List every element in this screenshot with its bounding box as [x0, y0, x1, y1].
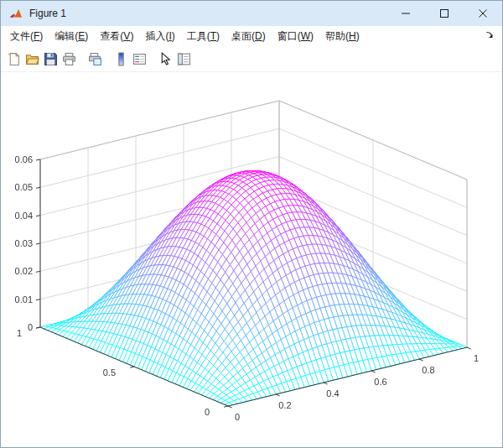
surface-plot-canvas[interactable]: [1, 72, 502, 447]
figure-canvas-area: [1, 72, 502, 447]
save-figure-button[interactable]: [41, 49, 60, 69]
property-inspector-icon: [177, 52, 191, 66]
insert-colorbar-button[interactable]: [111, 49, 130, 69]
print-figure-button[interactable]: [60, 49, 78, 69]
print-preview-icon: [88, 52, 102, 66]
new-document-icon: [7, 52, 21, 66]
new-figure-button[interactable]: [4, 49, 23, 69]
menu-item-help[interactable]: 帮助(H): [319, 27, 366, 46]
minimize-button[interactable]: [386, 1, 425, 26]
figure-window: Figure 1 文件(F)编辑(E)查看(V)插入(I)工具(T)桌面(D)窗…: [0, 0, 503, 448]
window-title: Figure 1: [29, 8, 386, 19]
legend-icon: [132, 52, 147, 66]
print-preview-button[interactable]: [86, 49, 104, 69]
edit-plot-button[interactable]: [156, 49, 174, 69]
cursor-arrow-icon: [158, 52, 173, 66]
matlab-logo-icon: [9, 7, 23, 20]
open-file-button[interactable]: [23, 49, 41, 69]
menu-item-tools[interactable]: 工具(T): [181, 27, 226, 46]
titlebar[interactable]: Figure 1: [1, 1, 502, 26]
close-button[interactable]: [464, 1, 502, 26]
save-floppy-icon: [44, 52, 58, 66]
maximize-button[interactable]: [425, 1, 464, 26]
menu-item-file[interactable]: 文件(F): [4, 27, 49, 46]
printer-icon: [62, 52, 76, 66]
colorbar-icon: [114, 52, 128, 66]
menubar: 文件(F)编辑(E)查看(V)插入(I)工具(T)桌面(D)窗口(W)帮助(H): [1, 26, 502, 46]
minimize-icon: [402, 8, 410, 20]
insert-legend-button[interactable]: [130, 49, 148, 69]
menu-item-edit[interactable]: 编辑(E): [49, 27, 94, 46]
property-inspector-button[interactable]: [174, 49, 193, 69]
menu-item-window[interactable]: 窗口(W): [272, 27, 319, 46]
open-folder-icon: [25, 52, 39, 66]
window-controls: [386, 1, 502, 26]
toolbar: [1, 46, 502, 72]
menu-item-view[interactable]: 查看(V): [94, 27, 139, 46]
menu-item-desktop[interactable]: 桌面(D): [226, 27, 272, 46]
maximize-icon: [440, 8, 449, 20]
close-icon: [479, 8, 487, 20]
dock-figure-icon[interactable]: [485, 31, 495, 40]
menu-item-insert[interactable]: 插入(I): [139, 27, 180, 46]
